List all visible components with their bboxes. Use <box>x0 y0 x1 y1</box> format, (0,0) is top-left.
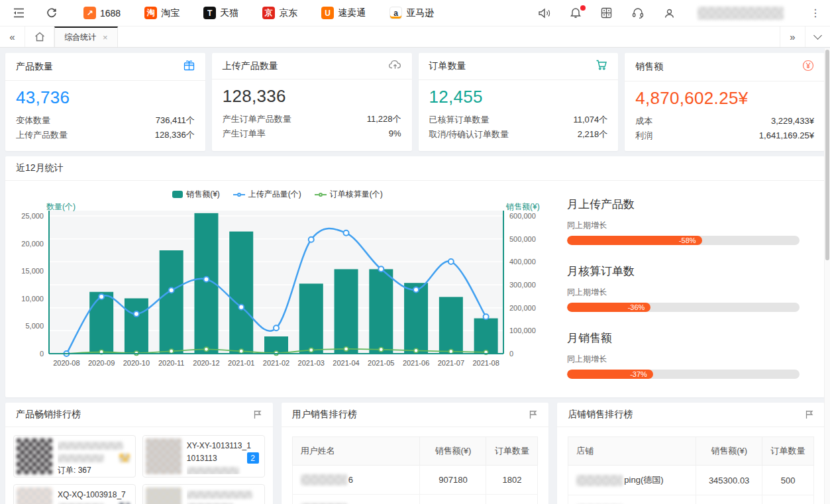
product-order-count: 订单: 367 <box>58 465 91 474</box>
svg-text:2020-12: 2020-12 <box>193 359 219 367</box>
cart-icon <box>596 60 607 73</box>
svg-text:15,000: 15,000 <box>21 267 44 275</box>
legend-item-3[interactable]: 订单核算量(个) <box>315 189 383 200</box>
stat-label: 利润 <box>635 128 652 143</box>
platform-tab-5[interactable]: U速卖通 <box>321 7 366 19</box>
svg-text:2021-05: 2021-05 <box>368 359 394 367</box>
flag-icon[interactable] <box>253 410 262 419</box>
shop-sales-panel: 店铺销售排行榜 店铺销售额(¥)订单数量ping(德国)345300.03500… <box>557 403 825 504</box>
gift-icon <box>183 60 195 74</box>
menu-fold-icon[interactable] <box>9 4 28 23</box>
apps-icon[interactable] <box>601 7 612 19</box>
growth-value: -58% <box>679 236 696 244</box>
flag-icon[interactable] <box>529 410 538 419</box>
column-header: 销售额(¥) <box>696 437 762 466</box>
growth-value: -37% <box>630 370 647 378</box>
growth-fill: -37% <box>567 370 653 379</box>
platform-label: 速卖通 <box>338 7 366 19</box>
platform-tab-4[interactable]: 京京东 <box>262 7 297 19</box>
product-card[interactable]: 订单: 367 <box>13 435 136 478</box>
stat-value: 128,336个 <box>155 128 195 142</box>
card-value: 43,736 <box>16 87 195 108</box>
stat-value: 3,229,433¥ <box>771 114 814 128</box>
growth-panel: 月上传产品数 同上期增长 -58% 月核算订单数 同上期增长 -36% 月销售额… <box>550 181 825 397</box>
svg-text:销售额(¥): 销售额(¥) <box>505 202 540 211</box>
platform-tab-1[interactable]: ↗1688 <box>83 7 121 19</box>
tabs-scroll-right[interactable]: » <box>780 26 805 47</box>
product-sku: XQ-XQ-1003918_7 <box>58 490 126 499</box>
legend-label: 订单核算量(个) <box>330 189 383 200</box>
svg-text:20,000: 20,000 <box>21 240 44 248</box>
name-suffix: ping(德国) <box>624 474 663 486</box>
platform-logo-icon: a <box>389 7 402 19</box>
growth-title: 月核算订单数 <box>567 264 800 279</box>
scrollbar-thumb[interactable] <box>825 50 829 260</box>
count-badge: 2 <box>247 452 259 464</box>
contacts-icon[interactable] <box>664 8 675 19</box>
sales-cell: 345300.03 <box>696 466 762 495</box>
platform-tab-3[interactable]: T天猫 <box>203 7 238 19</box>
column-header: 订单数量 <box>762 437 814 466</box>
growth-title: 月销售额 <box>567 330 800 346</box>
stat-label: 产生订单产品数量 <box>223 112 291 126</box>
stat-label: 已核算订单数量 <box>429 113 490 127</box>
product-sku: XY-XY-1013113_1 <box>187 441 251 450</box>
redacted-text <box>187 491 252 499</box>
platform-tab-6[interactable]: a亚马逊 <box>389 7 434 19</box>
chevron-down-icon <box>813 31 822 40</box>
platform-logo-icon: 淘 <box>144 7 157 19</box>
sales-cell: 907180 <box>420 466 486 495</box>
name-cell <box>292 495 420 504</box>
stat-card-orders: 订单数量 12,455 已核算订单数量11,074个 取消/待确认订单数量2,2… <box>419 53 619 151</box>
more-vertical-icon[interactable]: ⋮ <box>810 7 821 19</box>
growth-subtitle: 同上期增长 <box>567 220 800 231</box>
growth-fill: -58% <box>567 236 702 245</box>
flag-icon[interactable] <box>805 410 814 419</box>
tabs-scroll-left[interactable]: « <box>0 26 25 47</box>
tabs-dropdown[interactable] <box>805 26 830 47</box>
product-card[interactable]: XQ-XQ-1003918_7 <box>13 484 136 504</box>
legend-line-marker <box>315 193 327 197</box>
close-icon[interactable]: × <box>103 32 108 42</box>
scrollbar-track <box>824 48 830 504</box>
panel-title: 用户销售排行榜 <box>292 409 357 421</box>
bell-icon[interactable] <box>570 7 581 19</box>
platform-logo-icon: U <box>321 7 334 19</box>
product-card[interactable]: XY-XY-1013113_110131132 <box>142 435 265 478</box>
tab-label: 综合统计 <box>64 32 96 43</box>
home-icon[interactable] <box>25 26 54 47</box>
user-account[interactable] <box>698 7 784 20</box>
table-header: 店铺销售额(¥)订单数量 <box>568 437 814 466</box>
redacted-patch <box>119 454 130 462</box>
stat-value: 11,074个 <box>573 113 607 127</box>
headset-icon[interactable] <box>632 8 644 19</box>
platform-label: 1688 <box>100 8 121 19</box>
stat-label: 变体数量 <box>16 113 50 128</box>
table-row: (德国)340298.96435 <box>568 495 814 504</box>
orders-cell: 1802 <box>486 466 538 495</box>
platform-logo-icon: T <box>203 7 216 19</box>
bestseller-panel: 产品畅销排行榜 订单: 367XY-XY-1013113_110131132XQ… <box>5 403 273 504</box>
platform-label: 天猫 <box>220 7 238 19</box>
sound-icon[interactable] <box>539 8 550 19</box>
platform-label: 京东 <box>279 7 297 19</box>
app-header: ↗1688淘淘宝T天猫京京东U速卖通a亚马逊 <box>0 0 830 26</box>
svg-text:2020-10: 2020-10 <box>123 359 150 367</box>
platform-tab-2[interactable]: 淘淘宝 <box>144 7 180 19</box>
product-card[interactable] <box>142 484 265 504</box>
user-sales-panel: 用户销售排行榜 用户姓名销售额(¥)订单数量69071801802735078.… <box>282 403 549 504</box>
sales-cell: 735078.35 <box>420 495 486 504</box>
legend-item-1[interactable]: 销售额(¥) <box>172 189 220 200</box>
refresh-icon[interactable] <box>42 4 61 23</box>
name-cell: 6 <box>292 466 420 495</box>
platform-logo-icon: 京 <box>262 7 275 19</box>
platform-logo-icon: ↗ <box>83 7 96 19</box>
cloud-upload-icon <box>389 60 401 72</box>
orders-cell: 435 <box>762 495 814 504</box>
tab-active[interactable]: 综合统计 × <box>54 26 118 47</box>
column-header: 销售额(¥) <box>420 437 486 466</box>
growth-group-orders: 月核算订单数 同上期增长 -36% <box>567 264 800 312</box>
svg-text:10,000: 10,000 <box>21 295 44 303</box>
legend-item-2[interactable]: 上传产品量(个) <box>233 189 301 200</box>
legend-label: 销售额(¥) <box>186 189 220 200</box>
